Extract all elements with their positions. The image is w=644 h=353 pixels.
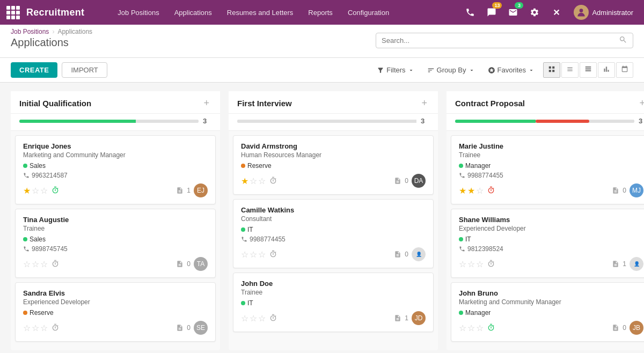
tag-label: Reserve xyxy=(30,309,54,317)
nav-reports[interactable]: Reports xyxy=(302,5,339,20)
tag-label: IT xyxy=(465,236,471,243)
star-empty[interactable]: ☆ xyxy=(40,323,48,333)
star-empty[interactable]: ☆ xyxy=(258,176,266,186)
column-add-button[interactable]: + xyxy=(201,98,211,109)
user-menu[interactable]: Administrator xyxy=(569,3,638,22)
card-footer: ☆☆☆ 0 JB xyxy=(459,321,643,335)
message-icon[interactable]: 3 xyxy=(505,4,521,20)
star-empty[interactable]: ☆ xyxy=(32,323,39,333)
card-tag: Reserve xyxy=(23,309,208,317)
column-add-button[interactable]: + xyxy=(637,98,644,109)
stars-row: ☆☆☆ xyxy=(23,259,60,269)
tag-dot xyxy=(241,164,245,168)
kanban-card[interactable]: Shane Williams Experienced Developer IT … xyxy=(451,209,644,278)
star-empty[interactable]: ☆ xyxy=(476,323,484,333)
groupby-button[interactable]: Group By xyxy=(423,64,479,76)
stars: ☆☆☆ xyxy=(241,249,266,260)
kanban-card[interactable]: David Armstrong Human Resources Manager … xyxy=(233,135,434,195)
kanban-card[interactable]: John Bruno Marketing and Community Manag… xyxy=(451,282,644,342)
star-empty[interactable]: ☆ xyxy=(241,249,248,260)
card-avatar: JB xyxy=(630,321,643,335)
star-empty[interactable]: ☆ xyxy=(459,259,466,269)
column-add-button[interactable]: + xyxy=(419,98,429,109)
star-empty[interactable]: ☆ xyxy=(250,249,257,260)
nav-configuration[interactable]: Configuration xyxy=(341,5,396,20)
import-button[interactable]: IMPORT xyxy=(62,62,107,78)
search-icon[interactable] xyxy=(619,35,627,46)
star-empty[interactable]: ☆ xyxy=(241,313,248,323)
column-title: First Interview xyxy=(237,99,292,108)
star-empty[interactable]: ☆ xyxy=(467,323,475,333)
star-empty[interactable]: ☆ xyxy=(258,249,266,260)
star-empty[interactable]: ☆ xyxy=(250,176,257,186)
close-icon[interactable]: ✕ xyxy=(548,4,564,20)
doc-count: 0 xyxy=(623,187,626,194)
card-phone: 9812398524 xyxy=(459,245,643,253)
card-meta: 1 EJ xyxy=(176,183,208,197)
kanban-card[interactable]: Marie Justine Trainee Manager 9988774455… xyxy=(451,135,644,204)
kanban-card[interactable]: Sandra Elvis Experienced Developer Reser… xyxy=(15,282,216,342)
create-button[interactable]: CREATE xyxy=(11,62,57,78)
kanban-card[interactable]: John Doe Trainee IT ☆☆☆ 1 JD xyxy=(233,273,434,332)
card-footer: ★☆☆ 1 EJ xyxy=(23,183,208,197)
star-filled[interactable]: ★ xyxy=(459,186,466,196)
star-empty[interactable]: ☆ xyxy=(40,259,48,269)
settings-icon[interactable] xyxy=(526,4,543,20)
star-empty[interactable]: ☆ xyxy=(32,259,39,269)
search-input[interactable] xyxy=(382,36,619,45)
breadcrumb: Job Positions › Applications xyxy=(11,28,92,35)
kanban-view-button[interactable] xyxy=(543,62,560,78)
card-role: Trainee xyxy=(241,289,426,296)
star-empty[interactable]: ☆ xyxy=(476,259,484,269)
filters-button[interactable]: Filters xyxy=(372,64,418,76)
card-phone: 9963214587 xyxy=(23,172,208,179)
star-empty[interactable]: ☆ xyxy=(250,313,257,323)
doc-count: 0 xyxy=(187,324,191,332)
timer-icon xyxy=(487,260,495,268)
timer-icon xyxy=(487,323,495,332)
chat-icon[interactable]: 13 xyxy=(484,4,500,20)
star-filled[interactable]: ★ xyxy=(467,186,475,196)
tag-label: Sales xyxy=(30,162,46,170)
list-view-button[interactable] xyxy=(561,62,579,78)
kanban-card[interactable]: Tina Augustie Trainee Sales 9898745745 ☆… xyxy=(15,209,216,278)
star-empty[interactable]: ☆ xyxy=(23,323,31,333)
card-role: Experienced Developer xyxy=(23,298,208,306)
stars: ☆☆☆ xyxy=(459,323,484,333)
chart-view-button[interactable] xyxy=(598,62,615,78)
svg-rect-4 xyxy=(552,70,554,72)
table-view-button[interactable] xyxy=(580,62,597,78)
star-empty[interactable]: ☆ xyxy=(40,186,48,196)
card-footer: ☆☆☆ 1 👤 xyxy=(459,257,643,271)
breadcrumb-parent[interactable]: Job Positions xyxy=(11,28,49,35)
star-empty[interactable]: ☆ xyxy=(32,186,39,196)
star-empty[interactable]: ☆ xyxy=(459,323,466,333)
star-empty[interactable]: ☆ xyxy=(476,186,484,196)
star-filled[interactable]: ★ xyxy=(23,186,31,196)
timer-icon xyxy=(51,260,60,268)
star-empty[interactable]: ☆ xyxy=(467,259,475,269)
app-grid-icon[interactable] xyxy=(6,6,20,19)
column-count: 3 xyxy=(639,117,644,125)
tag-dot xyxy=(459,237,463,241)
search-bar xyxy=(376,33,633,48)
calendar-view-button[interactable] xyxy=(616,62,633,78)
star-empty[interactable]: ☆ xyxy=(258,313,266,323)
phone-icon[interactable] xyxy=(462,4,478,20)
breadcrumb-current: Applications xyxy=(57,28,92,35)
star-filled[interactable]: ★ xyxy=(241,176,248,186)
favorites-button[interactable]: Favorites xyxy=(484,64,539,76)
nav-job-positions[interactable]: Job Positions xyxy=(111,5,165,20)
doc-count: 1 xyxy=(623,260,626,268)
tag-dot xyxy=(23,164,27,168)
nav-resumes-letters[interactable]: Resumes and Letters xyxy=(221,5,300,20)
column-count: 3 xyxy=(421,117,429,125)
nav-applications[interactable]: Applications xyxy=(168,5,218,20)
timer-icon xyxy=(51,323,60,332)
card-tag: IT xyxy=(459,236,643,243)
star-empty[interactable]: ☆ xyxy=(23,259,31,269)
kanban-card[interactable]: Camille Watkins Consultant IT 9988774455… xyxy=(233,199,434,268)
top-nav-menu: Job Positions Applications Resumes and L… xyxy=(111,5,462,20)
kanban-card[interactable]: Enrique Jones Marketing and Community Ma… xyxy=(15,135,216,204)
card-footer: ☆☆☆ 0 SE xyxy=(23,321,208,335)
